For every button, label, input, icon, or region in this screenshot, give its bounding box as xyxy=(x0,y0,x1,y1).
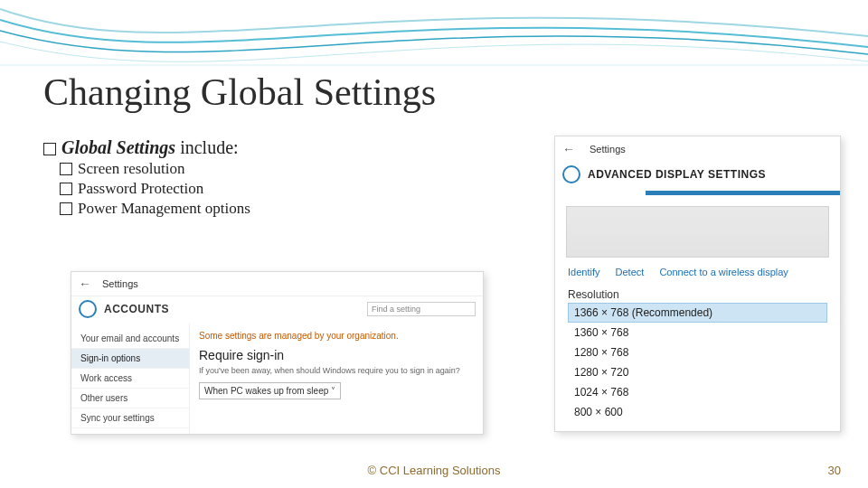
slide-number: 30 xyxy=(828,464,841,477)
bullet-box-icon xyxy=(60,163,72,175)
dropdown-value: When PC wakes up from sleep xyxy=(204,386,328,396)
display-preview xyxy=(566,206,829,258)
chevron-down-icon xyxy=(331,386,335,396)
screenshot-advanced-display-settings: Settings ADVANCED DISPLAY SETTINGS Ident… xyxy=(554,136,841,432)
resolution-option[interactable]: 1366 × 768 (Recommended) xyxy=(568,303,827,323)
slide-theme-waves xyxy=(0,0,868,81)
nav-item-other-users[interactable]: Other users xyxy=(71,389,189,408)
resolution-label: Resolution xyxy=(555,283,840,303)
resolution-option[interactable]: 1360 × 768 xyxy=(568,323,827,343)
back-arrow-icon[interactable] xyxy=(79,277,91,291)
advanced-display-title: ADVANCED DISPLAY SETTINGS xyxy=(588,168,766,181)
accent-strip xyxy=(646,191,840,195)
back-arrow-icon[interactable] xyxy=(562,142,575,156)
gear-icon xyxy=(79,300,97,318)
bullet-item: Password Protection xyxy=(78,180,203,198)
accounts-body: Your email and accounts Sign-in options … xyxy=(71,324,483,434)
require-signin-desc: If you've been away, when should Windows… xyxy=(199,366,474,377)
require-signin-heading: Require sign-in xyxy=(199,348,474,362)
resolution-list: 1366 × 768 (Recommended) 1360 × 768 1280… xyxy=(555,303,840,431)
nav-item-sync-settings[interactable]: Sync your settings xyxy=(71,408,189,428)
require-signin-dropdown[interactable]: When PC wakes up from sleep xyxy=(199,382,341,399)
link-identify[interactable]: Identify xyxy=(568,267,599,277)
gear-icon xyxy=(562,165,580,183)
slide-title: Changing Global Settings xyxy=(43,70,436,114)
org-managed-warning: Some settings are managed by your organi… xyxy=(199,331,474,341)
bullet-box-icon xyxy=(43,143,56,155)
nav-item-signin-options[interactable]: Sign-in options xyxy=(71,349,189,369)
lead-strong: Global Settings xyxy=(61,137,175,157)
resolution-option[interactable]: 1024 × 768 xyxy=(568,382,827,402)
resolution-option[interactable]: 1280 × 768 xyxy=(568,343,827,362)
bullet-item: Screen resolution xyxy=(78,160,185,178)
nav-item-work-access[interactable]: Work access xyxy=(71,369,189,389)
lead-rest: include: xyxy=(175,137,238,157)
settings-label: Settings xyxy=(102,278,138,289)
lead-text: Global Settings include: xyxy=(61,137,239,158)
link-connect-wireless[interactable]: Connect to a wireless display xyxy=(659,267,788,277)
nav-item-email-accounts[interactable]: Your email and accounts xyxy=(71,329,189,349)
resolution-option[interactable]: 800 × 600 xyxy=(568,402,827,422)
footer-copyright: © CCI Learning Solutions xyxy=(0,464,868,477)
resolution-option[interactable]: 1280 × 720 xyxy=(568,362,827,382)
bullet-item: Power Management options xyxy=(78,200,250,218)
slide-body: Global Settings include: Screen resoluti… xyxy=(43,136,450,220)
bullet-box-icon xyxy=(60,183,72,195)
accounts-nav: Your email and accounts Sign-in options … xyxy=(71,324,190,434)
display-links: Identify Detect Connect to a wireless di… xyxy=(555,265,840,283)
screenshot-accounts-settings: Settings ACCOUNTS Find a setting Your em… xyxy=(71,271,484,435)
settings-label: Settings xyxy=(590,144,626,155)
bullet-box-icon xyxy=(60,202,72,215)
link-detect[interactable]: Detect xyxy=(616,267,645,277)
accounts-main: Some settings are managed by your organi… xyxy=(190,324,483,434)
accounts-title: ACCOUNTS xyxy=(104,303,169,315)
find-setting-input[interactable]: Find a setting xyxy=(367,302,476,316)
